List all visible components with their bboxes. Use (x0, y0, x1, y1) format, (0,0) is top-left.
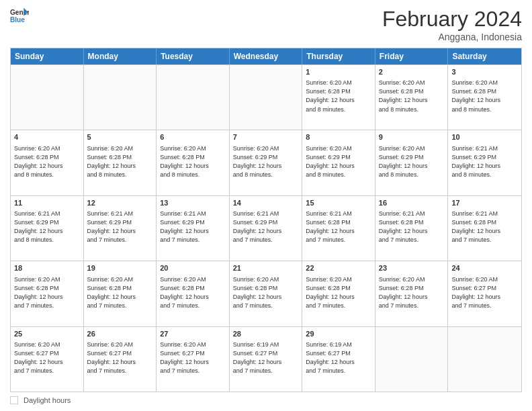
day-number: 27 (160, 329, 226, 339)
calendar-cell: 1Sunrise: 6:20 AM Sunset: 6:28 PM Daylig… (302, 65, 375, 130)
day-number: 23 (379, 263, 445, 273)
cell-info: Sunrise: 6:21 AM Sunset: 6:29 PM Dayligh… (14, 210, 80, 244)
calendar-cell: 20Sunrise: 6:20 AM Sunset: 6:28 PM Dayli… (157, 261, 230, 326)
cell-info: Sunrise: 6:21 AM Sunset: 6:29 PM Dayligh… (451, 144, 518, 179)
cell-info: Sunrise: 6:21 AM Sunset: 6:29 PM Dayligh… (87, 210, 153, 244)
cell-info: Sunrise: 6:20 AM Sunset: 6:27 PM Dayligh… (451, 275, 518, 310)
calendar: SundayMondayTuesdayWednesdayThursdayFrid… (10, 48, 522, 392)
day-number: 11 (14, 198, 80, 208)
cell-info: Sunrise: 6:20 AM Sunset: 6:27 PM Dayligh… (87, 340, 153, 375)
day-number: 10 (451, 132, 518, 142)
calendar-cell: 4Sunrise: 6:20 AM Sunset: 6:28 PM Daylig… (11, 130, 84, 195)
cell-info: Sunrise: 6:20 AM Sunset: 6:29 PM Dayligh… (379, 144, 445, 179)
cell-info: Sunrise: 6:20 AM Sunset: 6:28 PM Dayligh… (379, 79, 445, 113)
day-number: 22 (306, 263, 371, 273)
day-number: 14 (233, 198, 299, 208)
day-number: 20 (160, 263, 226, 273)
header: General Blue February 2024 Anggana, Indo… (10, 7, 522, 42)
title-block: February 2024 Anggana, Indonesia (382, 7, 522, 42)
logo-icon: General Blue (10, 7, 29, 26)
cell-info: Sunrise: 6:20 AM Sunset: 6:28 PM Dayligh… (306, 79, 371, 113)
cell-info: Sunrise: 6:20 AM Sunset: 6:27 PM Dayligh… (160, 340, 226, 375)
cell-info: Sunrise: 6:20 AM Sunset: 6:29 PM Dayligh… (233, 144, 299, 179)
page: General Blue February 2024 Anggana, Indo… (0, 0, 532, 411)
calendar-header-cell: Tuesday (157, 48, 230, 64)
calendar-cell: 8Sunrise: 6:20 AM Sunset: 6:29 PM Daylig… (302, 130, 375, 195)
day-number: 3 (451, 67, 518, 77)
calendar-cell (11, 65, 84, 130)
calendar-header-cell: Saturday (448, 48, 521, 64)
cell-info: Sunrise: 6:20 AM Sunset: 6:27 PM Dayligh… (14, 340, 80, 375)
cell-info: Sunrise: 6:19 AM Sunset: 6:27 PM Dayligh… (233, 340, 299, 375)
cell-info: Sunrise: 6:21 AM Sunset: 6:28 PM Dayligh… (379, 210, 445, 244)
month-title: February 2024 (382, 7, 522, 32)
day-number: 18 (14, 263, 80, 273)
calendar-body: 1Sunrise: 6:20 AM Sunset: 6:28 PM Daylig… (11, 64, 521, 392)
calendar-cell (448, 327, 521, 392)
calendar-cell: 25Sunrise: 6:20 AM Sunset: 6:27 PM Dayli… (11, 327, 84, 392)
logo: General Blue (10, 7, 29, 26)
day-number: 26 (87, 329, 153, 339)
cell-info: Sunrise: 6:20 AM Sunset: 6:28 PM Dayligh… (14, 275, 80, 310)
calendar-header-cell: Wednesday (230, 48, 303, 64)
day-number: 29 (306, 329, 371, 339)
calendar-cell (375, 327, 449, 392)
calendar-cell: 21Sunrise: 6:20 AM Sunset: 6:28 PM Dayli… (230, 261, 303, 326)
calendar-cell: 18Sunrise: 6:20 AM Sunset: 6:28 PM Dayli… (11, 261, 84, 326)
calendar-cell: 14Sunrise: 6:21 AM Sunset: 6:29 PM Dayli… (230, 196, 303, 261)
calendar-cell: 15Sunrise: 6:21 AM Sunset: 6:28 PM Dayli… (302, 196, 375, 261)
cell-info: Sunrise: 6:21 AM Sunset: 6:28 PM Dayligh… (451, 210, 518, 244)
calendar-cell: 16Sunrise: 6:21 AM Sunset: 6:28 PM Dayli… (375, 196, 449, 261)
day-number: 1 (306, 67, 371, 77)
calendar-header: SundayMondayTuesdayWednesdayThursdayFrid… (11, 48, 521, 64)
day-number: 19 (87, 263, 153, 273)
subtitle: Anggana, Indonesia (382, 32, 522, 42)
calendar-cell: 13Sunrise: 6:21 AM Sunset: 6:29 PM Dayli… (157, 196, 230, 261)
day-number: 12 (87, 198, 153, 208)
calendar-cell: 6Sunrise: 6:20 AM Sunset: 6:28 PM Daylig… (157, 130, 230, 195)
calendar-row: 25Sunrise: 6:20 AM Sunset: 6:27 PM Dayli… (11, 326, 521, 392)
cell-info: Sunrise: 6:20 AM Sunset: 6:28 PM Dayligh… (306, 275, 371, 310)
cell-info: Sunrise: 6:19 AM Sunset: 6:27 PM Dayligh… (306, 340, 371, 375)
calendar-cell (230, 65, 303, 130)
calendar-cell (157, 65, 230, 130)
calendar-header-cell: Thursday (302, 48, 375, 64)
calendar-cell: 27Sunrise: 6:20 AM Sunset: 6:27 PM Dayli… (157, 327, 230, 392)
calendar-cell: 23Sunrise: 6:20 AM Sunset: 6:28 PM Dayli… (375, 261, 449, 326)
legend-box (10, 396, 18, 404)
svg-text:Blue: Blue (10, 16, 25, 24)
cell-info: Sunrise: 6:20 AM Sunset: 6:28 PM Dayligh… (87, 275, 153, 310)
footer-legend: Daylight hours (10, 396, 522, 404)
calendar-cell: 22Sunrise: 6:20 AM Sunset: 6:28 PM Dayli… (302, 261, 375, 326)
cell-info: Sunrise: 6:20 AM Sunset: 6:28 PM Dayligh… (87, 144, 153, 179)
day-number: 15 (306, 198, 371, 208)
calendar-cell: 3Sunrise: 6:20 AM Sunset: 6:28 PM Daylig… (448, 65, 521, 130)
cell-info: Sunrise: 6:21 AM Sunset: 6:28 PM Dayligh… (306, 210, 371, 244)
calendar-cell (84, 65, 157, 130)
calendar-cell: 19Sunrise: 6:20 AM Sunset: 6:28 PM Dayli… (84, 261, 157, 326)
calendar-row: 1Sunrise: 6:20 AM Sunset: 6:28 PM Daylig… (11, 64, 521, 130)
day-number: 4 (14, 132, 80, 142)
calendar-row: 18Sunrise: 6:20 AM Sunset: 6:28 PM Dayli… (11, 261, 521, 326)
day-number: 7 (233, 132, 299, 142)
day-number: 6 (160, 132, 226, 142)
cell-info: Sunrise: 6:20 AM Sunset: 6:29 PM Dayligh… (306, 144, 371, 179)
day-number: 24 (451, 263, 518, 273)
calendar-cell: 11Sunrise: 6:21 AM Sunset: 6:29 PM Dayli… (11, 196, 84, 261)
day-number: 28 (233, 329, 299, 339)
day-number: 9 (379, 132, 445, 142)
day-number: 25 (14, 329, 80, 339)
day-number: 16 (379, 198, 445, 208)
cell-info: Sunrise: 6:21 AM Sunset: 6:29 PM Dayligh… (233, 210, 299, 244)
cell-info: Sunrise: 6:20 AM Sunset: 6:28 PM Dayligh… (379, 275, 445, 310)
calendar-cell: 17Sunrise: 6:21 AM Sunset: 6:28 PM Dayli… (448, 196, 521, 261)
cell-info: Sunrise: 6:20 AM Sunset: 6:28 PM Dayligh… (451, 79, 518, 113)
calendar-row: 11Sunrise: 6:21 AM Sunset: 6:29 PM Dayli… (11, 195, 521, 261)
cell-info: Sunrise: 6:20 AM Sunset: 6:28 PM Dayligh… (160, 275, 226, 310)
calendar-cell: 2Sunrise: 6:20 AM Sunset: 6:28 PM Daylig… (375, 65, 449, 130)
calendar-cell: 10Sunrise: 6:21 AM Sunset: 6:29 PM Dayli… (448, 130, 521, 195)
day-number: 13 (160, 198, 226, 208)
day-number: 21 (233, 263, 299, 273)
calendar-cell: 9Sunrise: 6:20 AM Sunset: 6:29 PM Daylig… (375, 130, 449, 195)
cell-info: Sunrise: 6:21 AM Sunset: 6:29 PM Dayligh… (160, 210, 226, 244)
